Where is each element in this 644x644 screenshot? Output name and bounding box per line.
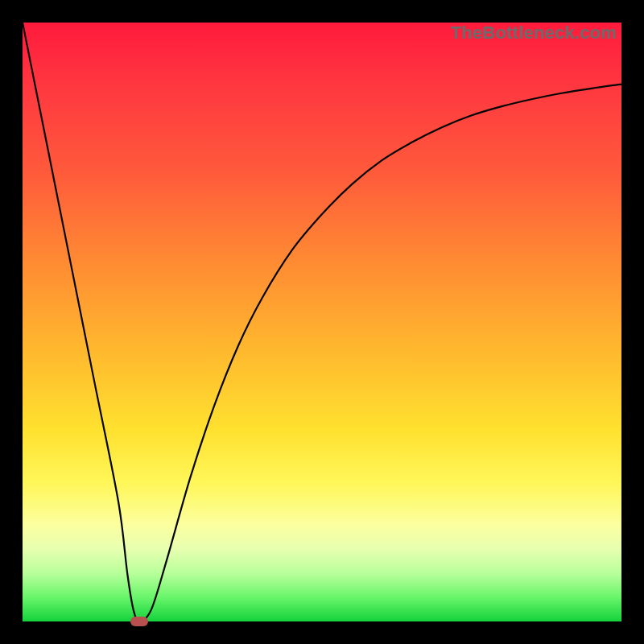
- plot-area: TheBottleneck.com: [23, 23, 621, 621]
- watermark-text: TheBottleneck.com: [451, 23, 617, 43]
- chart-frame: TheBottleneck.com: [0, 0, 644, 644]
- bottleneck-curve: [23, 23, 621, 621]
- min-marker: [130, 617, 148, 626]
